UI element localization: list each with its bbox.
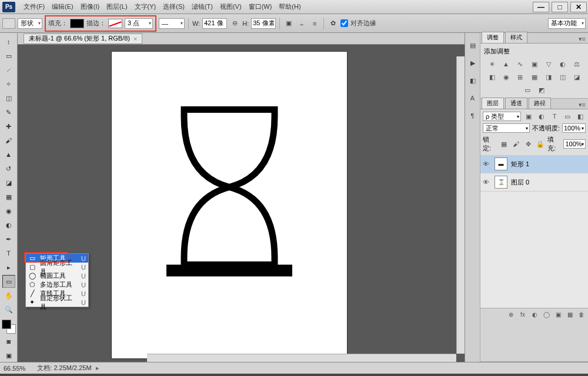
panel-menu-icon[interactable]: ▾≡ [576, 101, 588, 109]
tab-layers[interactable]: 图层 [482, 98, 504, 109]
lock-paint-icon[interactable]: 🖌 [511, 139, 521, 149]
paragraph-panel-icon[interactable]: ¶ [467, 110, 478, 121]
selective-icon[interactable]: ◩ [536, 85, 547, 95]
layer-name[interactable]: 图层 0 [511, 178, 529, 187]
blend-mode-select[interactable]: 正常 [483, 123, 530, 133]
flyout-ellipse[interactable]: ◯ 椭圆工具 U [26, 271, 88, 280]
move-tool[interactable]: ↕ [2, 35, 15, 48]
history-brush-tool[interactable]: ↺ [2, 162, 15, 175]
properties-panel-icon[interactable]: ◧ [467, 75, 478, 86]
zoom-tool[interactable]: 🔍 [2, 303, 15, 316]
fg-color[interactable] [2, 320, 11, 329]
visibility-icon[interactable]: 👁 [483, 160, 491, 167]
path-select-tool[interactable]: ▸ [2, 261, 15, 274]
tab-styles[interactable]: 样式 [505, 32, 527, 43]
minimize-button[interactable]: — [533, 2, 549, 12]
blur-tool[interactable]: ◉ [2, 204, 15, 217]
document-tab[interactable]: 未标题-1 @ 66.6% (矩形 1, RGB/8) × [24, 33, 142, 44]
shape-mode-select[interactable]: 形状 [18, 18, 42, 29]
levels-icon[interactable]: ▲ [501, 59, 512, 69]
filter-adjust-icon[interactable]: ◐ [536, 112, 547, 121]
menu-window[interactable]: 窗口(W) [245, 2, 276, 11]
tool-preset-picker[interactable] [2, 18, 15, 29]
menu-filter[interactable]: 滤镜(T) [188, 2, 216, 11]
history-panel-icon[interactable]: ▤ [467, 40, 478, 51]
heal-tool[interactable]: ✚ [2, 120, 15, 133]
screenmode-tool[interactable]: ▣ [2, 349, 15, 362]
height-input[interactable] [251, 18, 276, 29]
filter-pixel-icon[interactable]: ▣ [523, 112, 534, 121]
layer-row[interactable]: 👁 ▬ 矩形 1 [480, 155, 588, 173]
menu-type[interactable]: 文字(Y) [131, 2, 160, 11]
stroke-width-select[interactable]: 3 点 [125, 18, 153, 29]
vibrance-icon[interactable]: ▽ [543, 59, 554, 69]
settings-icon[interactable]: ✿ [328, 18, 338, 29]
crop-tool[interactable]: ◫ [2, 92, 15, 105]
character-panel-icon[interactable]: A [467, 93, 478, 103]
pen-tool[interactable]: ✒ [2, 233, 15, 246]
layer-fx-icon[interactable]: fx [519, 310, 527, 318]
filter-smart-icon[interactable]: ◧ [575, 112, 586, 121]
stroke-color-swatch[interactable] [108, 19, 122, 28]
menu-select[interactable]: 选择(S) [159, 2, 188, 11]
posterize-icon[interactable]: ◫ [557, 72, 568, 82]
threshold-icon[interactable]: ◪ [572, 72, 582, 82]
status-menu-icon[interactable]: ▸ [96, 364, 99, 371]
layer-mask-icon[interactable]: ◐ [530, 310, 539, 318]
horizontal-scrollbar[interactable] [147, 354, 456, 362]
shape-tool[interactable]: ▭ [2, 275, 15, 288]
hue-icon[interactable]: ◐ [557, 59, 568, 69]
curves-icon[interactable]: ∿ [515, 59, 526, 69]
actions-panel-icon[interactable]: ▶ [467, 58, 478, 68]
path-ops-icon[interactable]: ▣ [283, 18, 294, 29]
layer-thumbnail[interactable]: ⌛ [495, 176, 507, 189]
tab-adjustments[interactable]: 调整 [482, 32, 504, 43]
width-input[interactable] [202, 18, 227, 29]
menu-image[interactable]: 图像(I) [77, 2, 103, 11]
arrange-icon[interactable]: ≡ [309, 18, 320, 29]
document-tab-close[interactable]: × [133, 35, 137, 42]
layer-kind-select[interactable]: ρ 类型 [483, 112, 521, 121]
layer-thumbnail[interactable]: ▬ [495, 157, 507, 170]
balance-icon[interactable]: ⚖ [572, 59, 582, 69]
lasso-tool[interactable]: ⟋ [2, 63, 15, 76]
quickmask-tool[interactable]: ◙ [2, 335, 15, 348]
tab-paths[interactable]: 路径 [529, 98, 551, 109]
invert-icon[interactable]: ◨ [543, 72, 554, 82]
eraser-tool[interactable]: ◪ [2, 176, 15, 189]
flyout-custom-shape[interactable]: ✦ 自定形状工具 U [26, 298, 88, 307]
lock-all-icon[interactable]: 🔒 [535, 139, 545, 149]
brush-tool[interactable]: 🖌 [2, 134, 15, 147]
photo-filter-icon[interactable]: ◉ [501, 72, 512, 82]
vertical-scrollbar[interactable] [456, 56, 465, 354]
close-button[interactable]: ✕ [570, 2, 587, 12]
stamp-tool[interactable]: ▲ [2, 148, 15, 161]
canvas[interactable] [112, 52, 347, 358]
zoom-level[interactable]: 66.55% [4, 365, 25, 372]
bw-icon[interactable]: ◧ [487, 72, 497, 82]
exposure-icon[interactable]: ▣ [529, 59, 540, 69]
opacity-value[interactable]: 100% [562, 123, 586, 133]
fill-color-swatch[interactable] [70, 19, 84, 28]
flyout-rounded-rect[interactable]: ▢ 圆角矩形工具 U [26, 263, 88, 271]
delete-layer-icon[interactable]: 🗑 [577, 310, 586, 318]
panel-menu-icon[interactable]: ▾≡ [576, 35, 588, 43]
layer-name[interactable]: 矩形 1 [511, 160, 529, 169]
fg-bg-colors[interactable] [2, 320, 16, 334]
link-layers-icon[interactable]: ⊕ [507, 310, 515, 318]
layer-row[interactable]: 👁 ⌛ 图层 0 [480, 173, 588, 192]
dodge-tool[interactable]: ◐ [2, 219, 15, 231]
flyout-polygon[interactable]: ⬠ 多边形工具 U [26, 280, 88, 289]
gradient-tool[interactable]: ▦ [2, 190, 15, 203]
new-fill-icon[interactable]: ◯ [542, 310, 550, 318]
new-group-icon[interactable]: ▣ [554, 310, 562, 318]
hand-tool[interactable]: ✋ [2, 289, 15, 302]
filter-type-icon[interactable]: T [549, 112, 560, 121]
lookup-icon[interactable]: ▦ [529, 72, 540, 82]
filter-shape-icon[interactable]: ▭ [562, 112, 573, 121]
new-layer-icon[interactable]: ▦ [566, 310, 574, 318]
maximize-button[interactable]: □ [552, 2, 568, 12]
visibility-icon[interactable]: 👁 [483, 179, 491, 186]
stroke-type-select[interactable]: — [159, 18, 185, 29]
align-icon[interactable]: ⫠ [296, 18, 307, 29]
